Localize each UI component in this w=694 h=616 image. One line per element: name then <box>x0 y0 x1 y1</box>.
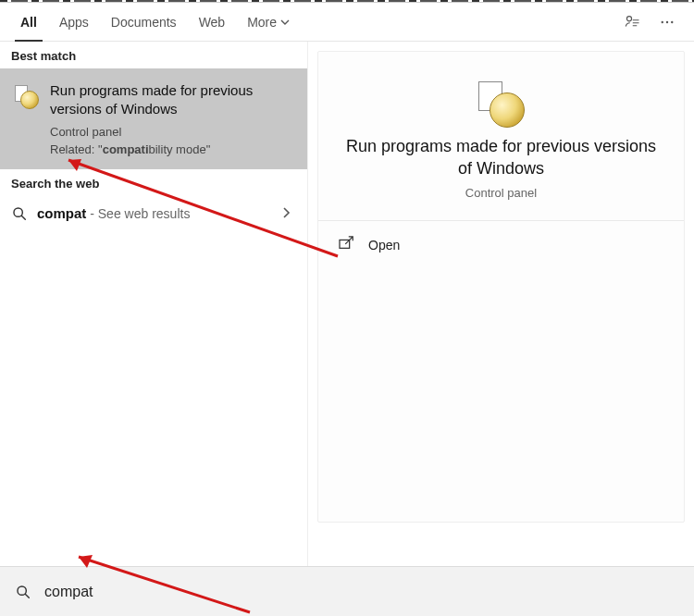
preview-card: Run programs made for previous versions … <box>317 51 685 523</box>
more-icon[interactable] <box>650 14 685 31</box>
svg-line-8 <box>25 594 29 598</box>
section-best-match: Best match <box>0 42 307 68</box>
open-icon <box>339 236 355 254</box>
svg-point-1 <box>662 20 663 22</box>
search-bar[interactable] <box>0 566 694 616</box>
search-icon <box>15 584 31 600</box>
preview-panel: Run programs made for previous versions … <box>308 42 694 566</box>
search-input[interactable] <box>44 584 679 600</box>
svg-point-2 <box>666 20 668 22</box>
svg-point-0 <box>626 16 631 20</box>
svg-line-5 <box>21 216 25 219</box>
preview-subtitle: Control panel <box>333 186 669 200</box>
search-icon <box>11 205 28 222</box>
tab-apps[interactable]: Apps <box>48 3 100 42</box>
best-match-result[interactable]: Run programs made for previous versions … <box>0 68 307 169</box>
tab-web[interactable]: Web <box>188 3 237 42</box>
tab-all[interactable]: All <box>9 3 48 42</box>
best-match-subtitle: Control panel <box>50 125 294 139</box>
web-suffix: - See web results <box>86 206 190 221</box>
control-panel-icon <box>478 81 525 128</box>
feedback-icon[interactable] <box>614 14 650 31</box>
tab-documents[interactable]: Documents <box>100 3 188 42</box>
web-query: compat <box>37 205 86 221</box>
best-match-related: Related: "compatibility mode" <box>50 142 294 156</box>
tab-more[interactable]: More <box>236 3 301 42</box>
tab-more-label: More <box>247 15 277 30</box>
divider <box>318 220 684 221</box>
best-match-title: Run programs made for previous versions … <box>50 81 294 119</box>
section-search-web: Search the web <box>0 169 307 196</box>
web-result-row[interactable]: compat - See web results <box>0 196 307 231</box>
preview-title: Run programs made for previous versions … <box>333 135 669 180</box>
svg-point-3 <box>671 20 673 22</box>
filter-tabs: All Apps Documents Web More <box>0 3 694 42</box>
control-panel-icon <box>15 85 39 109</box>
chevron-down-icon <box>280 15 290 30</box>
open-label: Open <box>368 238 400 253</box>
open-action[interactable]: Open <box>333 227 669 264</box>
results-panel: Best match Run programs made for previou… <box>0 42 308 566</box>
chevron-right-icon <box>281 205 296 222</box>
